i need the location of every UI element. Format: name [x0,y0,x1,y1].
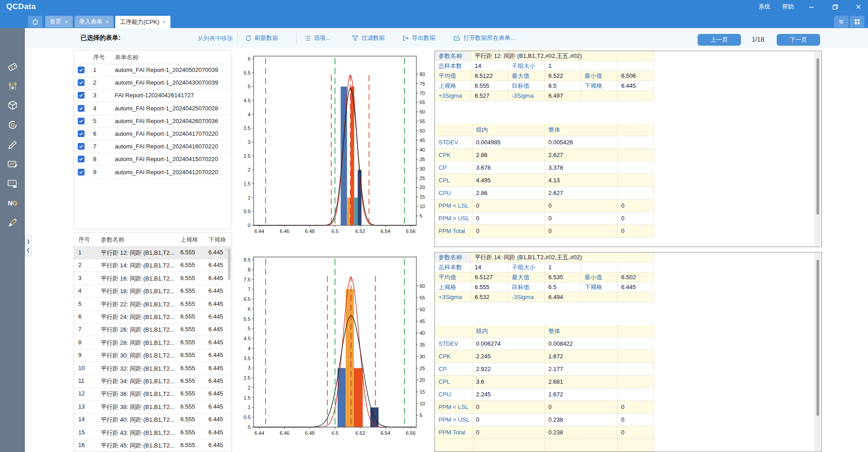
stats-value-cell [618,262,654,272]
form-list-row[interactable]: 8automi_FAI Report-1_20240415070220 [74,153,231,166]
param-table-row[interactable]: 12平行距 36: 间距 (B1,B1,T2...6.5556.445 [74,387,231,400]
form-list-header-name: 表单名称 [115,53,138,62]
param-table-row[interactable]: 3平行距 16: 间距 (B1,B1,T2...6.5556.445 [74,272,231,285]
param-table-row[interactable]: 14平行距 40: 间距 (B1,B1,T2...6.5556.445 [74,413,231,426]
param-table-row[interactable]: 8平行距 28: 间距 (B1,B1,T2...6.5556.445 [74,336,231,349]
tab-录入表单[interactable]: 录入表单× [75,16,114,28]
stats-value-cell [618,174,654,187]
chart-hand-icon [7,178,19,190]
form-list-row[interactable]: 7automi_FAI Report-1_20240416070220 [74,140,231,153]
param-table-scrollbar[interactable] [228,248,231,280]
form-row-checkbox[interactable] [78,105,85,112]
stats-value-cell [618,350,654,363]
param-table-row[interactable]: 16平行距 45: 间距 (B1,B1,T2...6.5556.445 [74,439,231,452]
stats-row: STDEV0.0049850.005426 [435,136,654,149]
stats-value-cell: 2.922 [472,363,545,376]
grid-icon [854,19,860,25]
options-button[interactable]: 选项... [304,32,330,44]
param-row-usl: 6.555 [180,300,195,307]
form-row-checkbox[interactable] [78,92,85,99]
form-list-row[interactable]: 9automi_FAI Report-1_20240412070220 [74,166,231,179]
open-source-form-button[interactable]: 打开数据所在表单... [453,32,515,44]
svg-text:60: 60 [420,109,425,114]
stats-label-cell [581,91,618,101]
param-table-row[interactable]: 6平行距 24: 间距 (B1,B1,T2...6.5556.445 [74,310,231,324]
stats-label-cell: 组内 [472,325,545,338]
panel-collapse-handle[interactable]: ❯ ❮ [25,235,32,257]
next-page-button[interactable]: 下一页 [777,34,820,46]
prev-page-button[interactable]: 上一页 [698,34,741,46]
form-list-row[interactable]: 5automi_FAI Report-1_20240426070036 [74,115,231,128]
param-row-usl: 6.555 [180,352,195,358]
remove-from-list-link[interactable]: 从列表中移除 [198,34,233,43]
param-table-row[interactable]: 15平行距 43: 间距 (B1,B1,T2...6.5556.445 [74,426,231,439]
stats-value-cell: 0 [545,212,618,225]
open-form-icon [453,35,461,42]
svg-text:1.5: 1.5 [244,395,250,400]
form-row-checkbox[interactable] [78,118,85,124]
collapse-tabs-button[interactable] [834,16,849,28]
form-list-row[interactable]: 3FAI Report-120240426141727 [74,89,231,102]
tab-close-icon[interactable]: × [65,19,68,25]
form-row-checkbox[interactable] [78,67,85,73]
sidebar-item-pencil[interactable] [6,138,19,151]
tab-close-icon[interactable]: × [106,19,109,25]
form-list-row[interactable]: 4automi_FAI Report-1_20240425070028 [74,102,231,115]
stats-value-cell: 0 [618,414,654,426]
tab-首页[interactable]: 首页× [45,16,73,28]
form-row-checkbox[interactable] [78,79,85,86]
stats-value-cell: 3.378 [545,162,618,174]
param-table-row[interactable]: 1平行距 12: 间距 (B1,B1,T2...6.5556.445 [74,246,231,259]
sidebar-item-chart-hand[interactable] [6,177,19,190]
form-row-checkbox[interactable] [78,169,85,176]
form-row-checkbox[interactable] [78,130,85,137]
sidebar-item-target[interactable] [6,119,19,131]
close-button[interactable] [853,1,864,12]
form-row-checkbox[interactable] [78,143,85,150]
form-row-checkbox[interactable] [78,156,85,162]
sidebar-item-ng[interactable]: NG [6,197,19,209]
sidebar-item-tag[interactable] [6,61,19,73]
param-table-row[interactable]: 9平行距 30: 间距 (B1,B1,T2...6.5556.445 [74,349,231,362]
stats-row: 上规格6.555目标值6.5下规格6.445 [435,282,654,292]
restore-button[interactable] [829,1,841,12]
stats-panel-scrollbar-thumb[interactable] [816,260,819,416]
param-table-row[interactable]: 2平行距 14: 间距 (B1,B1,T2...6.5556.445 [74,259,231,272]
param-table-row[interactable]: 13平行距 38: 间距 (B1,B1,T2...6.5556.445 [74,400,231,414]
menu-help[interactable]: 帮助 [782,3,794,11]
menu-system[interactable]: 系统 [759,3,770,11]
form-list-row[interactable]: 6automi_FAI Report-1_20240417070220 [74,128,231,141]
sidebar-item-cube[interactable] [6,99,19,112]
stats-panel-scrollbar-thumb[interactable] [816,58,819,214]
stats-label-cell: 子组大小 [508,61,545,71]
form-list-row[interactable]: 2automi_FAI Report-1_20240430070039 [74,76,231,90]
sidebar-item-sliders[interactable] [6,80,19,93]
param-row-name: 平行距 36: 间距 (B1,B1,T2... [101,390,179,398]
svg-text:0: 0 [248,424,250,430]
refresh-data-button[interactable]: 刷新数据 [245,32,278,44]
tab-home[interactable] [28,16,42,28]
param-table-row[interactable]: 7平行距 26: 间距 (B1,B1,T2...6.5556.445 [74,323,231,336]
svg-text:5: 5 [248,84,250,89]
param-table-row[interactable]: 4平行距 18: 间距 (B1,B1,T2...6.5556.445 [74,285,231,298]
tab-工序能力(CPK)[interactable]: 工序能力(CPK)× [115,16,170,28]
filter-data-button[interactable]: 过滤数据 [352,32,385,44]
sidebar-item-chart-edit[interactable] [6,158,19,171]
param-row-lsl: 6.445 [208,287,223,294]
minimize-button[interactable] [806,1,817,12]
chevron-left-icon: ❮ [26,247,30,252]
form-list-row[interactable]: 1automi_FAI Report-1_20240502070039 [74,64,231,77]
grid-view-button[interactable] [850,16,864,28]
param-row-lsl: 6.445 [208,275,223,281]
param-table-row[interactable]: 10平行距 32: 间距 (B1,B1,T2...6.5556.445 [74,362,231,375]
svg-text:6.48: 6.48 [305,228,314,234]
param-table-row[interactable]: 11平行距 34: 间距 (B1,B1,T2...6.5556.445 [74,375,231,388]
stats-row: PPM Total000 [435,225,654,238]
stats-label-cell [435,124,472,136]
sidebar-item-pen-tool[interactable] [6,216,19,229]
cpk-histogram-chart-1: 00.511.522.533.544.555.56510152025303540… [234,50,433,248]
export-data-button[interactable]: 导出数据 [402,32,435,44]
stats-value-cell: 2.86 [472,149,545,162]
param-table-row[interactable]: 5平行距 22: 间距 (B1,B1,T2...6.5556.445 [74,298,231,311]
tab-close-icon[interactable]: × [163,19,166,25]
